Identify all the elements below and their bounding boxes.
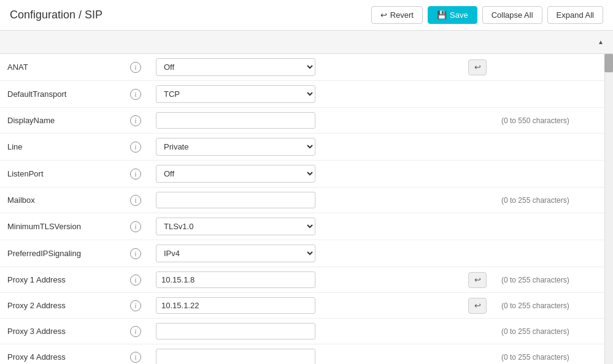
table-row: Proxy 2 Addressi↩(0 to 255 characters) bbox=[0, 293, 604, 319]
field-label: PreferredIPSignaling bbox=[7, 249, 81, 258]
field-label: DefaultTransport bbox=[7, 89, 66, 99]
save-icon: 💾 bbox=[437, 10, 447, 20]
section-header: ▲ bbox=[0, 31, 613, 54]
field-input-proxy-2-address[interactable] bbox=[156, 297, 315, 314]
table-row: Proxy 3 Addressi(0 to 255 characters) bbox=[0, 319, 604, 344]
field-select-listenport[interactable]: OffOn bbox=[156, 165, 315, 183]
page-title: Configuration / SIP bbox=[10, 9, 102, 21]
field-label: Proxy 1 Address bbox=[7, 275, 66, 284]
field-revert-button[interactable]: ↩ bbox=[468, 298, 487, 314]
scrollbar-thumb[interactable] bbox=[604, 54, 613, 72]
page-wrapper: Configuration / SIP ↩ Revert 💾 Save Coll… bbox=[0, 0, 613, 364]
field-label: Proxy 3 Address bbox=[7, 327, 66, 336]
field-select-defaulttransport[interactable]: TCPUDPTLS bbox=[156, 85, 315, 103]
field-input-proxy-1-address[interactable] bbox=[156, 271, 315, 288]
table-row: ListenPortiOffOn bbox=[0, 161, 604, 188]
field-revert-button[interactable]: ↩ bbox=[468, 272, 487, 288]
field-hint bbox=[494, 161, 604, 188]
field-select-anat[interactable]: OffOn bbox=[156, 58, 315, 76]
table-row: DefaultTransportiTCPUDPTLS bbox=[0, 81, 604, 108]
field-input-proxy-3-address[interactable] bbox=[156, 323, 315, 339]
field-label: Proxy 4 Address bbox=[7, 352, 66, 362]
field-hint bbox=[494, 54, 604, 81]
table-row: LineiPrivatePublic bbox=[0, 134, 604, 161]
field-input-proxy-4-address[interactable] bbox=[156, 349, 315, 364]
config-table-container: ANATiOffOn↩DefaultTransportiTCPUDPTLSDis… bbox=[0, 54, 613, 364]
field-label: ANAT bbox=[7, 63, 28, 72]
info-icon[interactable]: i bbox=[130, 326, 141, 337]
revert-button[interactable]: ↩ Revert bbox=[371, 6, 423, 24]
field-label: Mailbox bbox=[7, 195, 35, 205]
field-label: MinimumTLSVersion bbox=[7, 222, 81, 231]
field-hint bbox=[494, 213, 604, 240]
field-hint bbox=[494, 240, 604, 267]
info-icon[interactable]: i bbox=[130, 169, 141, 180]
info-icon[interactable]: i bbox=[130, 300, 141, 311]
field-hint: (0 to 550 characters) bbox=[494, 108, 604, 134]
field-hint bbox=[494, 81, 604, 108]
field-label: Line bbox=[7, 142, 23, 151]
field-input-displayname[interactable] bbox=[156, 112, 315, 129]
header-actions: ↩ Revert 💾 Save Collapse All Expand All bbox=[371, 6, 603, 24]
scroll-up-indicator: ▲ bbox=[596, 37, 606, 47]
info-icon[interactable]: i bbox=[130, 115, 141, 126]
save-button[interactable]: 💾 Save bbox=[428, 6, 477, 24]
field-hint: (0 to 255 characters) bbox=[494, 344, 604, 365]
expand-all-button[interactable]: Expand All bbox=[547, 6, 603, 24]
table-row: Proxy 1 Addressi↩(0 to 255 characters) bbox=[0, 267, 604, 293]
field-label: ListenPort bbox=[7, 169, 44, 178]
field-input-mailbox[interactable] bbox=[156, 192, 315, 208]
field-select-minimumtlsversion[interactable]: TLSv1.0TLSv1.1TLSv1.2 bbox=[156, 218, 315, 235]
field-hint: (0 to 255 characters) bbox=[494, 319, 604, 344]
config-table: ANATiOffOn↩DefaultTransportiTCPUDPTLSDis… bbox=[0, 54, 604, 364]
revert-icon: ↩ bbox=[380, 10, 387, 20]
info-icon[interactable]: i bbox=[130, 195, 141, 206]
field-hint: (0 to 255 characters) bbox=[494, 267, 604, 293]
field-revert-button[interactable]: ↩ bbox=[468, 59, 487, 75]
info-icon[interactable]: i bbox=[130, 352, 141, 363]
info-icon[interactable]: i bbox=[130, 221, 141, 232]
info-icon[interactable]: i bbox=[130, 142, 141, 153]
info-icon[interactable]: i bbox=[130, 248, 141, 259]
field-label: Proxy 2 Address bbox=[7, 301, 66, 310]
collapse-all-button[interactable]: Collapse All bbox=[482, 6, 542, 24]
page-header: Configuration / SIP ↩ Revert 💾 Save Coll… bbox=[0, 0, 613, 31]
table-row: DisplayNamei(0 to 550 characters) bbox=[0, 108, 604, 134]
info-icon[interactable]: i bbox=[130, 275, 141, 286]
table-row: Proxy 4 Addressi(0 to 255 characters) bbox=[0, 344, 604, 365]
table-row: Mailboxi(0 to 255 characters) bbox=[0, 188, 604, 213]
field-hint: (0 to 255 characters) bbox=[494, 293, 604, 319]
field-select-line[interactable]: PrivatePublic bbox=[156, 138, 315, 156]
field-hint: (0 to 255 characters) bbox=[494, 188, 604, 213]
table-row: PreferredIPSignalingiIPv4IPv6 bbox=[0, 240, 604, 267]
scrollbar-track[interactable] bbox=[604, 54, 613, 364]
table-row: MinimumTLSVersioniTLSv1.0TLSv1.1TLSv1.2 bbox=[0, 213, 604, 240]
content-area: ANATiOffOn↩DefaultTransportiTCPUDPTLSDis… bbox=[0, 54, 613, 364]
info-icon[interactable]: i bbox=[130, 62, 141, 73]
field-select-preferredipsignaling[interactable]: IPv4IPv6 bbox=[156, 245, 315, 262]
chevron-up-icon: ▲ bbox=[598, 39, 604, 45]
table-row: ANATiOffOn↩ bbox=[0, 54, 604, 81]
field-hint bbox=[494, 134, 604, 161]
field-label: DisplayName bbox=[7, 116, 55, 125]
info-icon[interactable]: i bbox=[130, 89, 141, 100]
